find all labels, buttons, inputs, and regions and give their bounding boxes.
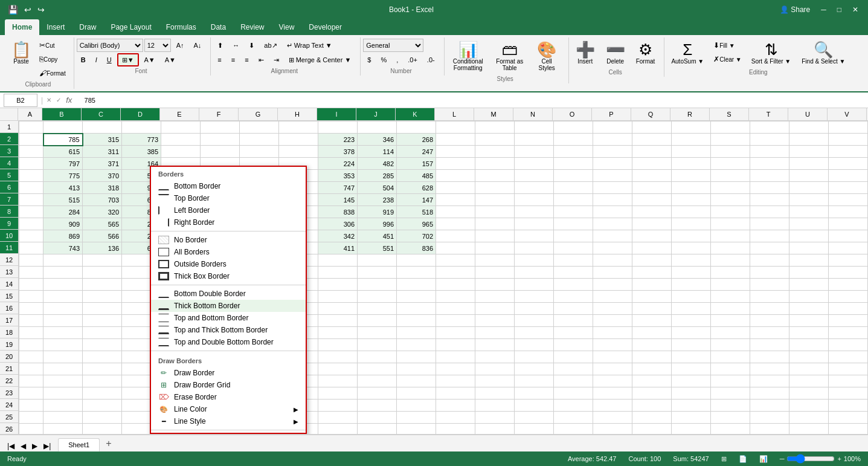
cell-1-14[interactable] — [554, 121, 593, 134]
cell-25-15[interactable] — [593, 412, 632, 424]
row-header-26[interactable]: 26 — [0, 423, 18, 434]
cell-14-14[interactable] — [554, 279, 593, 291]
cell-4-14[interactable] — [554, 158, 593, 170]
sheet-tab-sheet1[interactable]: Sheet1 — [58, 438, 100, 451]
cell-14-19[interactable] — [750, 279, 789, 291]
cell-15-10[interactable] — [397, 291, 436, 303]
cell-12-18[interactable] — [711, 254, 750, 267]
col-header-L[interactable]: L — [435, 108, 474, 120]
cell-3-6[interactable] — [240, 146, 279, 158]
cell-1-8[interactable] — [318, 121, 358, 134]
erase-border-item[interactable]: ⌦ Erase Border — [151, 391, 306, 403]
cell-10-10[interactable]: 702 — [397, 230, 436, 242]
row-header-13[interactable]: 13 — [0, 266, 18, 278]
cell-21-18[interactable] — [711, 363, 750, 375]
border-button[interactable]: ⊞▼ — [117, 53, 139, 66]
cell-3-3[interactable]: 385 — [122, 146, 161, 158]
cell-3-12[interactable] — [475, 146, 515, 158]
zoom-slider[interactable] — [786, 454, 835, 464]
cell-15-15[interactable] — [593, 291, 632, 303]
cell-15-1[interactable] — [43, 291, 83, 303]
cell-9-13[interactable] — [515, 218, 554, 230]
cell-7-0[interactable] — [19, 194, 43, 206]
cell-20-20[interactable] — [789, 351, 829, 363]
cell-4-16[interactable] — [632, 158, 672, 170]
cell-3-0[interactable] — [19, 146, 43, 158]
cell-11-10[interactable]: 836 — [397, 242, 436, 254]
cell-17-1[interactable] — [43, 315, 83, 327]
cell-21-0[interactable] — [19, 363, 43, 375]
cell-5-13[interactable] — [515, 170, 554, 182]
cell-2-7[interactable] — [279, 134, 318, 146]
cell-2-19[interactable] — [750, 134, 789, 146]
cell-18-12[interactable] — [475, 327, 515, 339]
cell-3-17[interactable] — [672, 146, 711, 158]
cell-2-0[interactable] — [19, 134, 43, 146]
cell-15-20[interactable] — [789, 291, 829, 303]
cell-14-12[interactable] — [475, 279, 515, 291]
cell-26-10[interactable] — [397, 424, 436, 435]
cell-5-19[interactable] — [750, 170, 789, 182]
cell-13-9[interactable] — [358, 267, 397, 279]
cell-5-1[interactable]: 775 — [43, 170, 83, 182]
grid-view-btn[interactable]: ⊞ — [721, 455, 727, 463]
cell-2-9[interactable]: 346 — [358, 134, 397, 146]
cell-11-14[interactable] — [554, 242, 593, 254]
cell-8-13[interactable] — [515, 206, 554, 218]
cell-5-18[interactable] — [711, 170, 750, 182]
cell-8-18[interactable] — [711, 206, 750, 218]
cell-13-12[interactable] — [475, 267, 515, 279]
cell-14-16[interactable] — [632, 279, 672, 291]
cancel-formula-btn[interactable]: ✕ — [47, 97, 51, 103]
cell-6-1[interactable]: 413 — [43, 182, 83, 194]
tab-view[interactable]: View — [272, 19, 302, 35]
cell-11-0[interactable] — [19, 242, 43, 254]
autosum-button[interactable]: Σ AutoSum ▼ — [667, 39, 708, 68]
cell-11-12[interactable] — [475, 242, 515, 254]
cell-24-15[interactable] — [593, 400, 632, 412]
cell-3-21[interactable] — [829, 146, 868, 158]
cell-10-18[interactable] — [711, 230, 750, 242]
cell-9-19[interactable] — [750, 218, 789, 230]
cell-3-8[interactable]: 378 — [318, 146, 358, 158]
cell-24-18[interactable] — [711, 400, 750, 412]
cell-1-16[interactable] — [632, 121, 672, 134]
row-header-8[interactable]: 8 — [0, 205, 18, 218]
cell-10-8[interactable]: 342 — [318, 230, 358, 242]
cell-14-13[interactable] — [515, 279, 554, 291]
cell-7-19[interactable] — [750, 194, 789, 206]
col-header-G[interactable]: G — [239, 108, 278, 120]
cell-21-2[interactable] — [83, 363, 122, 375]
cell-26-15[interactable] — [593, 424, 632, 435]
cell-14-21[interactable] — [829, 279, 868, 291]
double-bottom-border-item[interactable]: Bottom Double Border — [151, 288, 306, 300]
cell-9-17[interactable] — [672, 218, 711, 230]
cell-7-12[interactable] — [475, 194, 515, 206]
cell-1-21[interactable] — [829, 121, 868, 134]
cell-16-0[interactable] — [19, 303, 43, 315]
increase-font-btn[interactable]: A↑ — [172, 39, 188, 52]
cell-2-20[interactable] — [789, 134, 829, 146]
cell-1-5[interactable] — [201, 121, 240, 134]
sheet-nav-last[interactable]: ▶| — [41, 441, 53, 451]
cell-24-20[interactable] — [789, 400, 829, 412]
cell-19-11[interactable] — [436, 339, 475, 351]
cell-19-19[interactable] — [750, 339, 789, 351]
cell-9-10[interactable]: 965 — [397, 218, 436, 230]
cell-4-1[interactable]: 797 — [43, 158, 83, 170]
cell-15-2[interactable] — [83, 291, 122, 303]
cell-10-11[interactable] — [436, 230, 475, 242]
cell-2-12[interactable] — [475, 134, 515, 146]
row-header-23[interactable]: 23 — [0, 387, 18, 399]
zoom-in-btn[interactable]: + — [837, 455, 841, 462]
cell-24-12[interactable] — [475, 400, 515, 412]
cell-12-20[interactable] — [789, 254, 829, 267]
cell-20-15[interactable] — [593, 351, 632, 363]
cell-25-16[interactable] — [632, 412, 672, 424]
comma-btn[interactable]: , — [392, 53, 402, 66]
cell-5-2[interactable]: 370 — [83, 170, 122, 182]
cell-9-1[interactable]: 909 — [43, 218, 83, 230]
cell-25-17[interactable] — [672, 412, 711, 424]
cell-20-19[interactable] — [750, 351, 789, 363]
format-painter-button[interactable]: 🖌 Format — [36, 66, 69, 80]
